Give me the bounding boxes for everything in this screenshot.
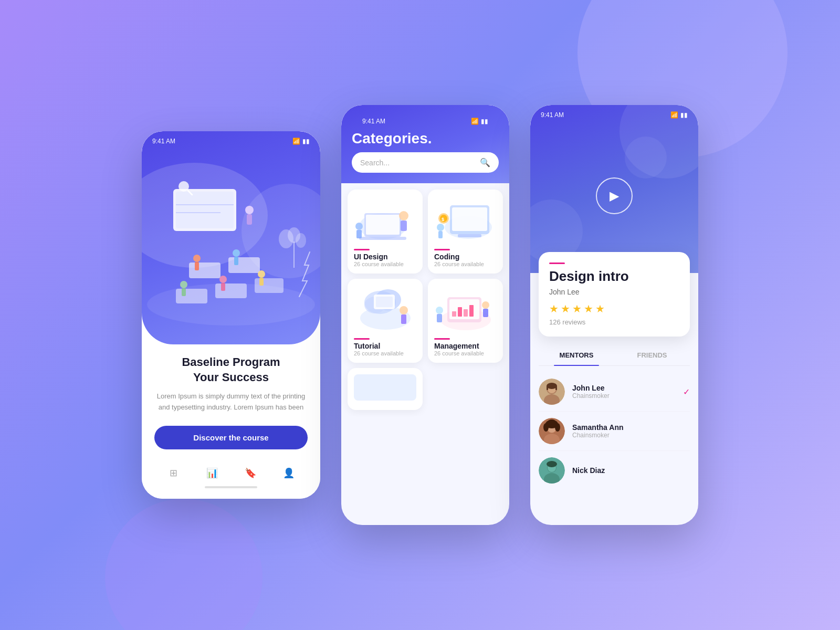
nav-profile-icon[interactable]: 👤 [281, 465, 297, 481]
svg-point-78 [548, 419, 556, 425]
mentor-item-samantha[interactable]: Samantha Ann Chainsmoker [539, 412, 690, 451]
course-accent-bar [549, 262, 565, 264]
wifi-icon-2: 📶 [471, 118, 479, 125]
svg-point-19 [219, 276, 227, 283]
phone-1-content: Baseline Program Your Success Lorem Ipsu… [142, 344, 320, 499]
svg-rect-69 [547, 386, 548, 390]
status-bar-2: 9:41 AM 📶 ▮▮ [352, 111, 499, 125]
course-info-card: Design intro John Lee ★ ★ ★ ★ ★ 126 revi… [539, 252, 690, 337]
course-title: Design intro [549, 268, 679, 285]
tutorial-illustration [348, 279, 423, 334]
svg-point-77 [555, 423, 560, 432]
mentor-item-nick[interactable]: Nick Diaz [539, 451, 690, 490]
star-3: ★ [572, 302, 582, 315]
svg-rect-17 [182, 288, 186, 296]
svg-rect-12 [228, 257, 260, 273]
svg-rect-35 [356, 230, 362, 238]
play-button[interactable]: ▶ [596, 177, 633, 214]
status-icons-1: 📶 ▮▮ [292, 138, 310, 145]
mentor-name-samantha: Samantha Ann [572, 423, 690, 432]
svg-point-7 [245, 206, 254, 214]
category-accent-3 [354, 338, 370, 340]
category-card-coding[interactable]: $ Coding 26 course available [428, 190, 503, 274]
svg-rect-59 [469, 305, 474, 317]
star-4: ★ [584, 302, 593, 315]
svg-point-43 [437, 224, 444, 231]
category-name-4: Management [434, 342, 497, 350]
classroom-illustration [147, 147, 315, 344]
categories-grid: UI Design 26 course available $ [341, 183, 509, 416]
status-icons-2: 📶 ▮▮ [471, 118, 488, 125]
category-count-2: 26 course available [434, 261, 497, 267]
svg-point-27 [296, 233, 306, 248]
svg-point-76 [543, 423, 549, 432]
svg-rect-57 [458, 307, 462, 317]
category-accent-1 [354, 249, 370, 250]
nav-bookmark-icon[interactable]: 🔖 [243, 465, 258, 481]
star-1: ★ [549, 302, 559, 315]
play-icon: ▶ [610, 188, 619, 203]
tab-mentors[interactable]: MENTORS [539, 345, 614, 365]
category-card-ui-design[interactable]: UI Design 26 course available [348, 190, 423, 274]
svg-point-32 [399, 211, 408, 220]
svg-rect-8 [247, 214, 252, 225]
svg-point-83 [547, 461, 557, 467]
svg-rect-44 [438, 231, 443, 238]
category-card-management[interactable]: Management 26 course available [428, 279, 503, 363]
category-count-3: 26 course available [354, 350, 416, 356]
category-count-1: 26 course available [354, 261, 416, 267]
reviews-count: 126 reviews [549, 318, 679, 326]
svg-rect-2 [176, 192, 234, 228]
battery-icon: ▮▮ [302, 138, 310, 145]
category-accent-2 [434, 249, 450, 250]
status-bar-1: 9:41 AM 📶 ▮▮ [142, 131, 320, 145]
search-bar[interactable]: Search... 🔍 [352, 152, 499, 173]
management-illustration [428, 279, 503, 334]
hero-title: Baseline Program Your Success [182, 355, 280, 385]
svg-point-10 [193, 255, 201, 262]
svg-rect-61 [483, 309, 488, 317]
category-card-extra1[interactable] [348, 368, 423, 410]
svg-rect-11 [195, 262, 199, 270]
battery-icon-2: ▮▮ [481, 118, 488, 125]
discover-course-button[interactable]: Discover the course [154, 426, 308, 449]
category-card-tutorial[interactable]: Tutorial 26 course available [348, 279, 423, 363]
svg-point-34 [355, 223, 363, 230]
nav-home-icon[interactable]: ⊞ [166, 465, 182, 481]
svg-rect-63 [437, 314, 442, 322]
course-author: John Lee [549, 288, 679, 296]
svg-rect-33 [401, 220, 407, 231]
mentor-info-john-lee: John Lee Chainsmoker [572, 384, 676, 400]
svg-rect-52 [401, 314, 406, 324]
hero-subtitle: Lorem Ipsum is simply dummy text of the … [154, 391, 308, 413]
bottom-nav-1: ⊞ 📊 🔖 👤 [154, 460, 308, 481]
search-placeholder: Search... [360, 159, 390, 167]
svg-rect-39 [458, 234, 481, 237]
status-bar-3: 9:41 AM 📶 ▮▮ [530, 105, 698, 119]
svg-rect-23 [259, 278, 264, 286]
wifi-icon-3: 📶 [670, 111, 678, 119]
category-name-3: Tutorial [354, 342, 416, 350]
wifi-icon: 📶 [292, 138, 300, 145]
svg-rect-38 [452, 207, 487, 231]
battery-icon-3: ▮▮ [680, 111, 688, 119]
mentor-avatar-samantha [539, 418, 565, 444]
svg-rect-15 [176, 289, 207, 303]
svg-point-60 [482, 301, 489, 309]
phone-1: 9:41 AM 📶 ▮▮ [142, 131, 320, 499]
svg-point-62 [436, 307, 443, 314]
mentor-item-john-lee[interactable]: John Lee Chainsmoker ✓ [539, 372, 690, 412]
star-rating: ★ ★ ★ ★ ★ [549, 302, 679, 315]
tab-friends[interactable]: FRIENDS [614, 345, 690, 365]
category-name-2: Coding [434, 253, 497, 261]
phone-1-hero: 9:41 AM 📶 ▮▮ [142, 131, 320, 344]
svg-rect-50 [376, 297, 393, 307]
svg-rect-9 [189, 262, 220, 278]
mentor-avatar-john-lee [539, 379, 565, 405]
svg-text:$: $ [442, 217, 444, 222]
nav-stats-icon[interactable]: 📊 [204, 465, 220, 481]
category-name-1: UI Design [354, 253, 416, 261]
svg-point-51 [400, 306, 408, 314]
star-5: ★ [595, 302, 605, 315]
svg-rect-70 [555, 386, 557, 390]
